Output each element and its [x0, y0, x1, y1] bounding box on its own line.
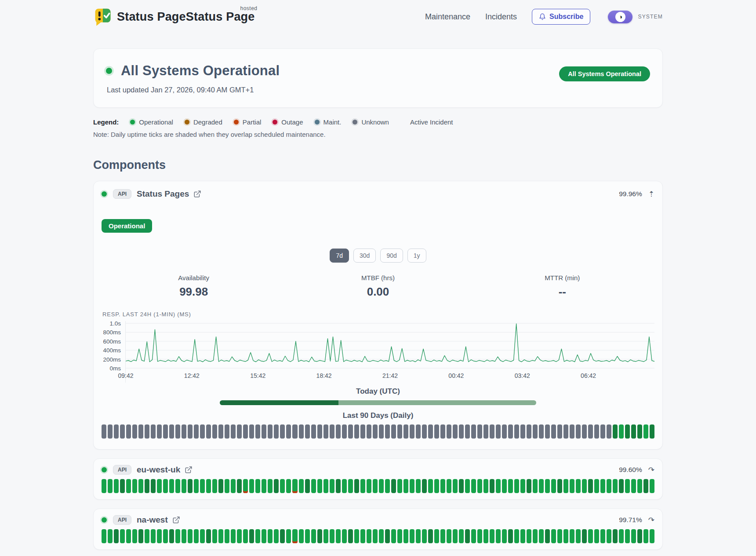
uptime-tick[interactable] [138, 529, 143, 543]
uptime-tick[interactable] [255, 424, 260, 439]
uptime-tick[interactable] [600, 529, 605, 543]
uptime-tick[interactable] [305, 424, 310, 439]
uptime-tick[interactable] [416, 424, 421, 439]
uptime-tick[interactable] [403, 529, 408, 543]
theme-toggle[interactable]: ◑ [608, 11, 632, 23]
uptime-tick[interactable] [373, 424, 378, 439]
uptime-tick[interactable] [410, 529, 414, 543]
uptime-tick[interactable] [570, 529, 574, 543]
uptime-tick[interactable] [237, 479, 242, 493]
uptime-tick[interactable] [520, 529, 525, 543]
uptime-tick[interactable] [200, 529, 205, 543]
uptime-tick[interactable] [262, 424, 266, 439]
uptime-tick[interactable] [391, 479, 396, 493]
uptime-tick[interactable] [299, 479, 304, 493]
uptime-tick[interactable] [465, 529, 470, 543]
uptime-tick[interactable] [477, 529, 482, 543]
uptime-tick[interactable] [206, 529, 211, 543]
uptime-tick[interactable] [607, 479, 611, 493]
uptime-tick[interactable] [145, 479, 149, 493]
uptime-tick[interactable] [508, 424, 513, 439]
uptime-tick[interactable] [311, 529, 316, 543]
uptime-tick[interactable] [249, 424, 254, 439]
uptime-tick[interactable] [268, 424, 273, 439]
uptime-tick[interactable] [563, 479, 568, 493]
uptime-tick[interactable] [496, 424, 501, 439]
uptime-tick[interactable] [625, 424, 630, 439]
uptime-tick[interactable] [428, 424, 433, 439]
uptime-tick[interactable] [218, 529, 223, 543]
uptime-tick[interactable] [373, 479, 378, 493]
uptime-tick[interactable] [367, 479, 371, 493]
uptime-tick[interactable] [348, 424, 353, 439]
uptime-tick[interactable] [582, 479, 587, 493]
uptime-tick[interactable] [514, 479, 519, 493]
uptime-tick[interactable] [274, 479, 279, 493]
uptime-tick[interactable] [262, 479, 266, 493]
uptime-tick[interactable] [286, 479, 291, 493]
uptime-tick[interactable] [132, 424, 137, 439]
uptime-tick[interactable] [336, 424, 341, 439]
uptime-tick[interactable] [539, 529, 544, 543]
uptime-tick[interactable] [477, 479, 482, 493]
uptime-tick[interactable] [514, 529, 519, 543]
uptime-tick[interactable] [212, 529, 217, 543]
uptime-tick[interactable] [459, 424, 464, 439]
uptime-tick[interactable] [594, 529, 599, 543]
uptime-tick[interactable] [206, 424, 211, 439]
uptime-tick[interactable] [453, 479, 458, 493]
uptime-tick[interactable] [286, 529, 291, 543]
uptime-tick[interactable] [126, 529, 131, 543]
uptime-tick[interactable] [330, 529, 334, 543]
uptime-tick[interactable] [551, 529, 556, 543]
uptime-tick[interactable] [514, 424, 519, 439]
uptime-tick[interactable] [163, 424, 168, 439]
uptime-tick[interactable] [311, 424, 316, 439]
uptime-tick[interactable] [114, 529, 119, 543]
uptime-tick[interactable] [151, 424, 156, 439]
uptime-tick[interactable] [225, 424, 229, 439]
uptime-tick[interactable] [231, 529, 236, 543]
uptime-tick[interactable] [576, 479, 581, 493]
uptime-tick[interactable] [434, 529, 439, 543]
uptime-tick[interactable] [447, 479, 451, 493]
uptime-tick[interactable] [336, 479, 341, 493]
uptime-tick[interactable] [255, 529, 260, 543]
uptime-tick[interactable] [563, 529, 568, 543]
uptime-tick[interactable] [292, 479, 297, 493]
uptime-tick[interactable] [280, 479, 285, 493]
uptime-tick[interactable] [138, 479, 143, 493]
uptime-tick[interactable] [625, 529, 630, 543]
uptime-tick[interactable] [182, 479, 186, 493]
uptime-tick[interactable] [471, 529, 476, 543]
uptime-tick[interactable] [527, 529, 531, 543]
uptime-tick[interactable] [502, 529, 507, 543]
uptime-tick[interactable] [496, 529, 501, 543]
uptime-tick[interactable] [336, 529, 341, 543]
uptime-tick[interactable] [367, 529, 371, 543]
uptime-tick[interactable] [502, 479, 507, 493]
uptime-tick[interactable] [108, 424, 113, 439]
uptime-tick[interactable] [194, 479, 199, 493]
uptime-tick[interactable] [570, 479, 574, 493]
uptime-tick[interactable] [274, 529, 279, 543]
uptime-tick[interactable] [225, 529, 229, 543]
uptime-tick[interactable] [459, 529, 464, 543]
uptime-tick[interactable] [262, 529, 266, 543]
uptime-tick[interactable] [379, 424, 384, 439]
uptime-tick[interactable] [330, 479, 334, 493]
uptime-tick[interactable] [114, 479, 119, 493]
uptime-tick[interactable] [299, 424, 304, 439]
uptime-tick[interactable] [594, 424, 599, 439]
uptime-tick[interactable] [120, 479, 125, 493]
uptime-tick[interactable] [490, 479, 494, 493]
uptime-tick[interactable] [231, 479, 236, 493]
range-button-90d[interactable]: 90d [380, 249, 403, 263]
uptime-tick[interactable] [194, 424, 199, 439]
uptime-tick[interactable] [151, 529, 156, 543]
uptime-tick[interactable] [120, 529, 125, 543]
uptime-tick[interactable] [255, 479, 260, 493]
uptime-tick[interactable] [631, 529, 636, 543]
uptime-tick[interactable] [212, 424, 217, 439]
uptime-tick[interactable] [323, 479, 328, 493]
